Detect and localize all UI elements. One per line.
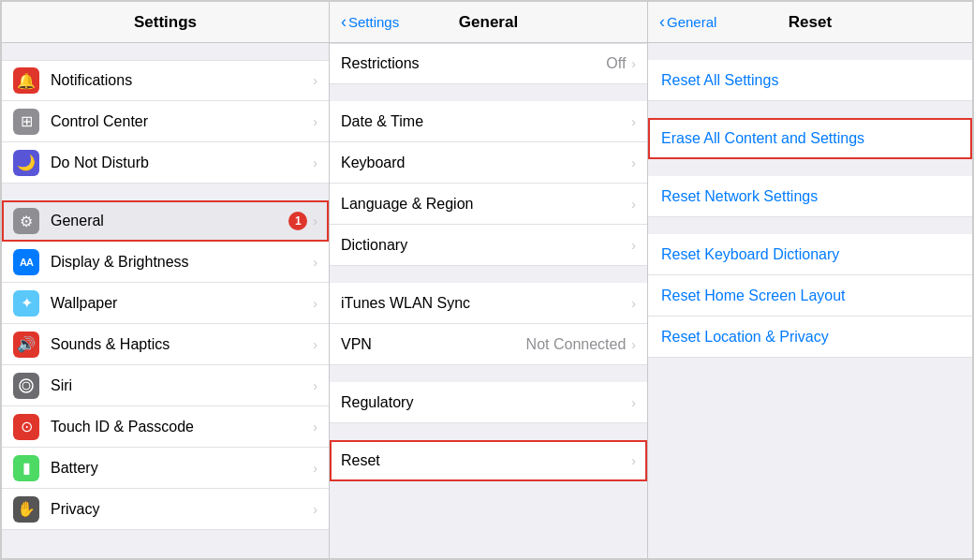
general-item-language-region[interactable]: Language & Region› bbox=[330, 184, 647, 225]
settings-item-notifications[interactable]: 🔔Notifications› bbox=[2, 60, 329, 101]
general-chevron-reset: › bbox=[631, 453, 636, 468]
reset-label-reset-all-settings: Reset All Settings bbox=[661, 72, 778, 89]
settings-item-label-touch-id: Touch ID & Passcode bbox=[51, 419, 313, 435]
reset-label-reset-location: Reset Location & Privacy bbox=[661, 329, 829, 346]
reset-item-erase-all[interactable]: Erase All Content and Settings bbox=[648, 118, 972, 159]
reset-separator-3 bbox=[648, 217, 972, 234]
settings-items: 🔔Notifications›⊞Control Center›🌙Do Not D… bbox=[2, 60, 329, 530]
general-separator-2 bbox=[330, 266, 647, 283]
general-item-reset[interactable]: Reset› bbox=[330, 440, 647, 481]
general-column: ‹ Settings General RestrictionsOff›Date … bbox=[330, 2, 648, 558]
general-value-restrictions: Off bbox=[606, 55, 626, 72]
settings-item-control-center[interactable]: ⊞Control Center› bbox=[2, 101, 329, 142]
settings-title: Settings bbox=[134, 13, 197, 32]
settings-item-general[interactable]: ⚙General1› bbox=[2, 200, 329, 242]
chevron-icon-sounds: › bbox=[313, 337, 317, 352]
siri-icon bbox=[13, 373, 39, 399]
general-item-restrictions[interactable]: RestrictionsOff› bbox=[330, 43, 647, 84]
settings-item-siri[interactable]: Siri› bbox=[2, 365, 329, 406]
settings-item-display[interactable]: AADisplay & Brightness› bbox=[2, 242, 329, 283]
general-item-dictionary[interactable]: Dictionary› bbox=[330, 225, 647, 266]
settings-item-label-do-not-disturb: Do Not Disturb bbox=[51, 155, 313, 171]
settings-item-wallpaper[interactable]: ✦Wallpaper› bbox=[2, 283, 329, 324]
chevron-icon-control-center: › bbox=[313, 114, 317, 129]
settings-item-touch-id[interactable]: ⊙Touch ID & Passcode› bbox=[2, 406, 329, 448]
reset-label-reset-network: Reset Network Settings bbox=[661, 188, 818, 205]
general-header: ‹ Settings General bbox=[330, 2, 647, 43]
general-label-regulatory: Regulatory bbox=[341, 394, 631, 411]
reset-item-reset-network[interactable]: Reset Network Settings bbox=[648, 176, 972, 217]
reset-items: Reset All SettingsErase All Content and … bbox=[648, 43, 972, 358]
general-back-button[interactable]: ‹ Settings bbox=[341, 12, 399, 32]
settings-item-label-siri: Siri bbox=[51, 377, 313, 394]
reset-title: Reset bbox=[789, 13, 832, 32]
settings-item-label-battery: Battery bbox=[51, 460, 313, 477]
general-label-dictionary: Dictionary bbox=[341, 237, 631, 254]
reset-back-button[interactable]: ‹ General bbox=[659, 12, 716, 32]
general-title: General bbox=[459, 13, 518, 32]
settings-badge-general: 1 bbox=[288, 212, 307, 230]
general-chevron-itunes-wlan: › bbox=[631, 296, 636, 311]
general-label-reset: Reset bbox=[341, 452, 631, 469]
general-label-language-region: Language & Region bbox=[341, 196, 631, 213]
reset-item-reset-keyboard[interactable]: Reset Keyboard Dictionary bbox=[648, 234, 972, 275]
general-value-vpn: Not Connected bbox=[526, 336, 627, 353]
general-label-itunes-wlan: iTunes WLAN Sync bbox=[341, 295, 631, 312]
reset-list: Reset All SettingsErase All Content and … bbox=[648, 43, 972, 558]
reset-label-erase-all: Erase All Content and Settings bbox=[661, 130, 864, 147]
control-center-icon: ⊞ bbox=[13, 109, 39, 135]
chevron-icon-general: › bbox=[313, 214, 317, 228]
settings-item-label-control-center: Control Center bbox=[51, 113, 313, 130]
svg-point-1 bbox=[22, 382, 30, 390]
reset-separator-1 bbox=[648, 101, 972, 118]
general-separator-4 bbox=[330, 423, 647, 440]
notifications-icon: 🔔 bbox=[13, 67, 39, 94]
general-icon: ⚙ bbox=[13, 208, 39, 234]
general-item-regulatory[interactable]: Regulatory› bbox=[330, 382, 647, 423]
general-item-keyboard[interactable]: Keyboard› bbox=[330, 142, 647, 184]
chevron-icon-do-not-disturb: › bbox=[313, 155, 317, 170]
general-chevron-restrictions: › bbox=[631, 56, 636, 71]
settings-item-label-general: General bbox=[51, 213, 288, 229]
settings-item-label-notifications: Notifications bbox=[51, 72, 313, 89]
back-chevron-icon: ‹ bbox=[341, 12, 347, 32]
chevron-icon-touch-id: › bbox=[313, 420, 317, 435]
general-label-vpn: VPN bbox=[341, 336, 526, 353]
general-back-label: Settings bbox=[348, 14, 399, 30]
svg-point-0 bbox=[20, 379, 33, 392]
general-item-itunes-wlan[interactable]: iTunes WLAN Sync› bbox=[330, 283, 647, 324]
settings-separator-top bbox=[2, 43, 329, 60]
general-item-vpn[interactable]: VPNNot Connected› bbox=[330, 324, 647, 365]
reset-item-reset-location[interactable]: Reset Location & Privacy bbox=[648, 317, 972, 358]
settings-item-do-not-disturb[interactable]: 🌙Do Not Disturb› bbox=[2, 142, 329, 184]
general-label-keyboard: Keyboard bbox=[341, 155, 631, 171]
reset-item-reset-home-screen[interactable]: Reset Home Screen Layout bbox=[648, 275, 972, 317]
settings-item-battery[interactable]: ▮Battery› bbox=[2, 448, 329, 489]
chevron-icon-notifications: › bbox=[313, 73, 317, 88]
reset-label-reset-keyboard: Reset Keyboard Dictionary bbox=[661, 246, 839, 263]
general-chevron-dictionary: › bbox=[631, 238, 636, 253]
general-item-date-time[interactable]: Date & Time› bbox=[330, 101, 647, 142]
settings-header: Settings bbox=[2, 2, 329, 43]
touch-id-icon: ⊙ bbox=[13, 414, 39, 440]
reset-item-reset-all-settings[interactable]: Reset All Settings bbox=[648, 60, 972, 101]
wallpaper-icon: ✦ bbox=[13, 290, 39, 317]
general-label-restrictions: Restrictions bbox=[341, 55, 606, 72]
reset-separator-2 bbox=[648, 159, 972, 176]
do-not-disturb-icon: 🌙 bbox=[13, 150, 39, 176]
chevron-icon-battery: › bbox=[313, 461, 317, 476]
settings-separator-1 bbox=[2, 184, 329, 200]
reset-back-chevron-icon: ‹ bbox=[659, 12, 665, 32]
settings-item-sounds[interactable]: 🔊Sounds & Haptics› bbox=[2, 324, 329, 365]
settings-item-privacy[interactable]: ✋Privacy› bbox=[2, 489, 329, 530]
general-label-date-time: Date & Time bbox=[341, 113, 631, 130]
chevron-icon-wallpaper: › bbox=[313, 296, 317, 311]
chevron-icon-privacy: › bbox=[313, 502, 317, 517]
settings-item-label-display: Display & Brightness bbox=[51, 254, 313, 271]
settings-column: Settings 🔔Notifications›⊞Control Center›… bbox=[2, 2, 330, 558]
general-items: RestrictionsOff›Date & Time›Keyboard›Lan… bbox=[330, 43, 647, 481]
settings-item-label-sounds: Sounds & Haptics bbox=[51, 336, 313, 353]
privacy-icon: ✋ bbox=[13, 496, 39, 523]
general-chevron-date-time: › bbox=[631, 114, 636, 129]
settings-item-label-privacy: Privacy bbox=[51, 501, 313, 518]
